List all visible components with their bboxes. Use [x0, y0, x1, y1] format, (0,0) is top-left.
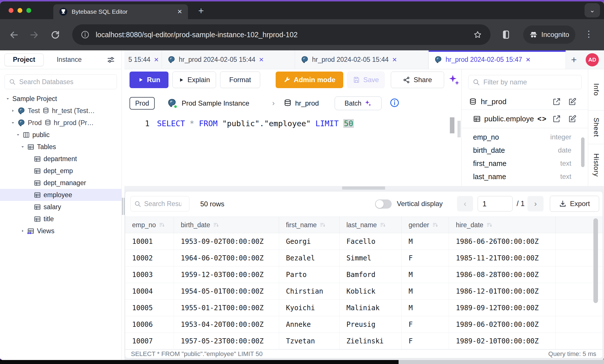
caret-down-icon[interactable] [11, 121, 15, 125]
cell[interactable]: Parto [279, 266, 340, 283]
schema-scrollbar[interactable] [581, 137, 585, 167]
new-query-tab-button[interactable]: + [571, 54, 577, 65]
save-button-disabled[interactable]: Save [347, 72, 385, 88]
cell[interactable]: Georgi [279, 233, 340, 250]
results-splitter[interactable] [124, 186, 604, 189]
info-icon[interactable] [390, 98, 399, 108]
table-row[interactable]: 100071957-05-23T00:00:00ZTzvetanZielinsk… [125, 333, 603, 349]
cell[interactable]: Chirstian [279, 283, 340, 299]
sort-icon[interactable] [159, 222, 165, 228]
user-avatar[interactable]: AD [586, 53, 599, 66]
cell[interactable]: 10007 [125, 333, 174, 349]
bookmark-star-icon[interactable] [473, 30, 482, 39]
run-button[interactable]: Run [130, 72, 168, 88]
cell[interactable]: 1989-06-02T00:00:00Z [449, 316, 556, 333]
sidebar-resize-divider[interactable] [121, 50, 124, 360]
cell[interactable]: Anneke [279, 316, 340, 333]
results-scrollbar[interactable] [593, 218, 598, 303]
cell[interactable]: 10005 [125, 300, 174, 316]
minimize-window-button[interactable] [17, 8, 22, 13]
back-button[interactable] [9, 30, 19, 40]
table-row[interactable]: 100021964-06-02T00:00:00ZBezalelSimmelF1… [125, 250, 603, 266]
sort-icon[interactable] [213, 222, 219, 228]
column-header[interactable]: gender [402, 217, 449, 233]
sql-editor[interactable]: 1 SELECT * FROM "public"."employee" LIMI… [124, 115, 461, 186]
tree-settings-icon[interactable] [107, 56, 115, 64]
schema-column[interactable]: emp_no integer [462, 130, 588, 144]
tab-close-icon[interactable]: ✕ [177, 8, 182, 15]
column-header[interactable]: emp_no [125, 217, 174, 233]
caret-right-icon[interactable] [11, 109, 15, 113]
tab-project[interactable]: Project [5, 54, 44, 66]
caret-down-icon[interactable] [21, 145, 25, 149]
zoom-window-button[interactable] [26, 8, 31, 13]
sidebar-resize-handle[interactable] [122, 198, 124, 215]
explain-button[interactable]: Explain [172, 72, 216, 88]
schema-database-row[interactable]: hr_prod [462, 94, 588, 110]
code-icon[interactable]: <> [537, 115, 547, 123]
sort-icon[interactable] [380, 222, 386, 228]
close-tab-icon[interactable]: ✕ [525, 56, 531, 63]
table-row[interactable]: 100011953-09-02T00:00:00ZGeorgiFacelloM1… [125, 233, 603, 250]
address-bar[interactable]: localhost:8080/sql-editor/prod-sample-in… [72, 24, 491, 45]
cell[interactable]: M [402, 300, 449, 316]
browser-menu-button[interactable]: ⋮ [585, 29, 593, 39]
cell[interactable]: 1954-05-01T00:00:00Z [174, 283, 279, 299]
sort-icon[interactable] [319, 222, 326, 228]
query-tab-4-active[interactable]: hr_prod 2024-02-05 15:47 ✕ [428, 50, 566, 69]
ai-sparkles-icon[interactable] [448, 74, 460, 86]
cell[interactable]: Zielinski [340, 333, 402, 349]
cell[interactable]: M [402, 283, 449, 299]
cell[interactable]: F [402, 316, 449, 333]
schema-table-row[interactable]: public.employe <> [462, 110, 588, 128]
tree-item-table-dept-manager[interactable]: dept_manager [0, 177, 121, 189]
tree-item-test-db[interactable]: Test hr_test (Test… [0, 105, 121, 117]
cell[interactable]: 10002 [125, 250, 174, 266]
caret-right-icon[interactable] [21, 229, 25, 233]
cell[interactable]: F [402, 250, 449, 266]
cell[interactable]: 1985-11-21T00:00:00Z [449, 250, 556, 266]
page-number-input[interactable] [478, 196, 513, 211]
cell[interactable]: Maliniak [340, 300, 402, 316]
cell[interactable]: 1986-08-28T00:00:00Z [449, 266, 556, 283]
cell[interactable]: M [402, 233, 449, 250]
sort-icon[interactable] [486, 222, 493, 228]
batch-button[interactable]: Batch [335, 96, 382, 110]
cell[interactable]: 1957-05-23T00:00:00Z [174, 333, 279, 349]
side-panel-icon[interactable] [501, 29, 511, 40]
share-button[interactable]: Share [391, 72, 444, 88]
schema-column[interactable]: first_name text [462, 157, 588, 170]
schema-column[interactable]: last_name text [462, 170, 588, 183]
cell[interactable]: Koblick [340, 283, 402, 299]
site-info-icon[interactable] [81, 30, 89, 39]
cell[interactable]: 10003 [125, 266, 174, 283]
table-row[interactable]: 100031959-12-03T00:00:00ZPartoBamfordM19… [125, 266, 603, 283]
tree-item-prod-db[interactable]: Prod hr_prod (Pr… [0, 117, 121, 129]
cell[interactable]: 1955-01-21T00:00:00Z [174, 300, 279, 316]
close-tab-icon[interactable]: ✕ [154, 56, 159, 63]
instance-name[interactable]: Prod Sample Instance [182, 99, 249, 107]
close-tab-icon[interactable]: ✕ [259, 56, 264, 63]
vertical-display-toggle[interactable] [375, 199, 392, 209]
cell[interactable]: 1989-09-12T00:00:00Z [449, 300, 556, 316]
cell[interactable]: 1986-06-26T00:00:00Z [449, 233, 556, 250]
cell[interactable]: F [402, 333, 449, 349]
caret-down-icon[interactable] [6, 97, 10, 101]
close-tab-icon[interactable]: ✕ [392, 56, 397, 63]
query-tab-1[interactable]: 5 15:44 ✕ [124, 50, 162, 69]
tree-item-table-employee-selected[interactable]: employee [0, 189, 121, 201]
database-search[interactable] [5, 74, 117, 89]
cell[interactable]: 1989-02-10T00:00:00Z [449, 333, 556, 349]
cell[interactable]: Facello [340, 233, 402, 250]
cell[interactable]: Kyoichi [279, 300, 340, 316]
tree-item-table-dept-emp[interactable]: dept_emp [0, 165, 121, 177]
tree-item-tables-group[interactable]: Tables [0, 141, 121, 153]
export-button[interactable]: Export [550, 196, 599, 212]
schema-column[interactable]: birth_date date [462, 144, 588, 157]
splitter-drag-handle[interactable] [342, 187, 385, 189]
query-tab-2[interactable]: hr_prod 2024-02-05 15:44 ✕ [162, 50, 295, 69]
reload-button[interactable] [50, 30, 60, 40]
cell[interactable]: Tzvetan [279, 333, 340, 349]
cell[interactable]: 10001 [125, 233, 174, 250]
cell[interactable]: 1964-06-02T00:00:00Z [174, 250, 279, 266]
